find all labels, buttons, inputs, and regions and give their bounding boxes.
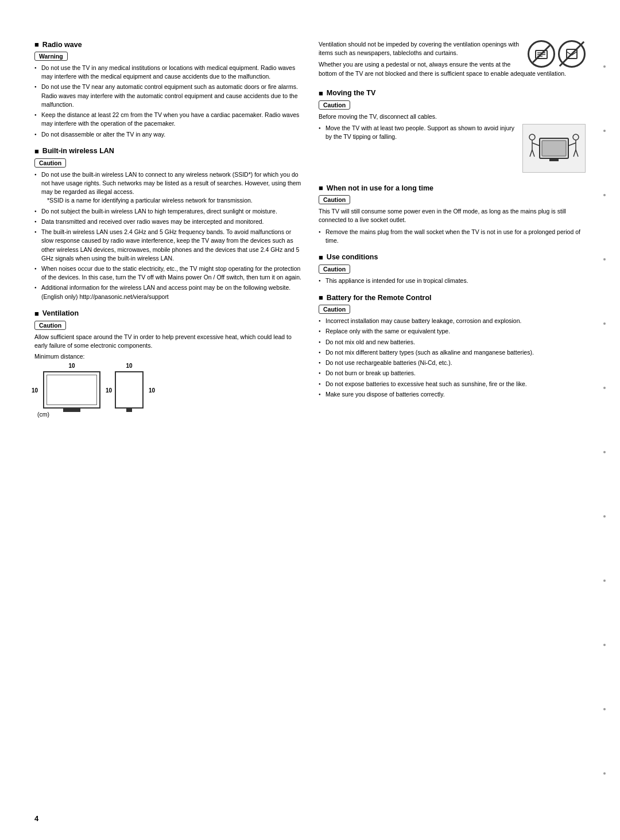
page-number: 4 xyxy=(34,814,38,823)
min-distance-label: Minimum distance: xyxy=(34,353,301,360)
builtin-lan-heading: Built-in wireless LAN xyxy=(34,147,301,155)
list-item: Do not mix old and new batteries. xyxy=(319,338,586,347)
tv-front-diagram: 10 10 10 xyxy=(43,371,100,409)
list-item: Remove the mains plug from the wall sock… xyxy=(319,228,586,245)
battery-list: Incorrect installation may cause battery… xyxy=(319,317,586,399)
use-conditions-heading: Use conditions xyxy=(319,253,586,262)
right-column: Ventilation should not be impeded by cov… xyxy=(319,40,586,426)
moving-tv-badge: Caution xyxy=(319,100,350,110)
no-newspaper-icon xyxy=(528,40,555,68)
ventilation-badge: Caution xyxy=(34,321,66,330)
list-item: Additional information for the wireless … xyxy=(34,283,301,301)
list-item: Keep the distance at least 22 cm from th… xyxy=(34,111,301,128)
right-dot xyxy=(603,580,606,582)
list-item: Do not use the TV near any automatic con… xyxy=(34,83,301,109)
moving-tv-list: Move the TV with at least two people. Su… xyxy=(319,124,586,141)
list-item: Move the TV with at least two people. Su… xyxy=(319,124,586,141)
list-item: Data transmitted and received over radio… xyxy=(34,217,301,226)
list-item: Do not subject the built-in wireless LAN… xyxy=(34,207,301,216)
right-decorative-dots xyxy=(603,0,606,840)
list-item: Do not use the built-in wireless LAN to … xyxy=(34,170,301,205)
dist-top-label: 10 xyxy=(68,363,75,369)
section-moving-tv: Moving the TV Caution Before moving the … xyxy=(319,89,586,176)
radio-wave-list: Do not use the TV in any medical institu… xyxy=(34,64,301,139)
list-item: Make sure you dispose of batteries corre… xyxy=(319,390,586,399)
section-builtin-lan: Built-in wireless LAN Caution Do not use… xyxy=(34,147,301,301)
when-not-list: Remove the mains plug from the wall sock… xyxy=(319,228,586,245)
list-item: Do not use the TV in any medical institu… xyxy=(34,64,301,81)
list-item: Do not use rechargeable batteries (Ni-Cd… xyxy=(319,359,586,367)
battery-heading: Battery for the Remote Control xyxy=(319,293,586,302)
when-not-badge: Caution xyxy=(319,195,350,204)
dist-right-label: 10 xyxy=(106,387,112,393)
list-item: The built-in wireless LAN uses 2.4 GHz a… xyxy=(34,228,301,263)
dist-side-right-label: 10 xyxy=(149,387,155,393)
right-dot xyxy=(603,772,606,775)
section-ventilation-blocking: Ventilation should not be impeded by cov… xyxy=(319,40,586,81)
right-dot xyxy=(603,708,606,710)
svg-rect-4 xyxy=(567,49,577,59)
moving-tv-intro: Before moving the TV, disconnect all cab… xyxy=(319,112,586,121)
section-use-conditions: Use conditions Caution This appliance is… xyxy=(319,253,586,285)
dist-side-top-label: 10 xyxy=(126,363,132,369)
left-column: Radio wave Warning Do not use the TV in … xyxy=(34,40,301,426)
ventilation-intro: Allow sufficient space around the TV in … xyxy=(34,333,301,350)
list-item: Incorrect installation may cause battery… xyxy=(319,317,586,325)
builtin-lan-badge: Caution xyxy=(34,158,66,168)
list-item: Replace only with the same or equivalent… xyxy=(319,327,586,336)
moving-tv-heading: Moving the TV xyxy=(319,89,586,98)
ventilation-heading: Ventilation xyxy=(34,309,301,318)
list-item: Do not expose batteries to excessive hea… xyxy=(319,380,586,388)
radio-wave-heading: Radio wave xyxy=(34,40,301,49)
svg-line-16 xyxy=(574,150,576,157)
list-item: Do not mix different battery types (such… xyxy=(319,348,586,357)
section-radio-wave: Radio wave Warning Do not use the TV in … xyxy=(34,40,301,139)
right-dot xyxy=(603,65,606,68)
svg-rect-6 xyxy=(542,141,566,156)
right-dot xyxy=(603,258,606,260)
section-ventilation: Ventilation Caution Allow sufficient spa… xyxy=(34,309,301,418)
list-item: When noises occur due to the static elec… xyxy=(34,265,301,282)
list-item: Do not disassemble or alter the TV in an… xyxy=(34,130,301,139)
svg-line-17 xyxy=(576,150,578,157)
vent-icons xyxy=(528,40,586,68)
right-dot xyxy=(603,515,606,518)
when-not-intro: This TV will still consume some power ev… xyxy=(319,207,586,224)
ventilation-diagram: 10 10 10 10 10 xyxy=(34,363,301,409)
section-when-not-in-use: When not in use for a long time Caution … xyxy=(319,184,586,245)
use-conditions-badge: Caution xyxy=(319,265,350,274)
right-dot xyxy=(603,451,606,453)
svg-line-15 xyxy=(568,143,576,146)
svg-line-12 xyxy=(532,150,534,157)
list-item: Do not burn or break up batteries. xyxy=(319,369,586,378)
radio-wave-badge: Warning xyxy=(34,52,68,61)
tv-side-diagram: 10 10 xyxy=(115,371,144,409)
use-conditions-list: This appliance is intended for use in tr… xyxy=(319,277,586,285)
svg-rect-7 xyxy=(549,158,559,161)
right-dot xyxy=(603,387,606,389)
tv-screen xyxy=(46,375,97,405)
list-item: This appliance is intended for use in tr… xyxy=(319,277,586,285)
battery-badge: Caution xyxy=(319,305,350,314)
dist-left-label: 10 xyxy=(32,387,38,393)
tv-side-box xyxy=(115,371,144,409)
right-dot xyxy=(603,644,606,646)
no-tablecloth-icon xyxy=(558,40,586,68)
tv-front-box xyxy=(43,371,100,409)
right-dot xyxy=(603,322,606,325)
svg-line-10 xyxy=(532,143,540,146)
section-battery: Battery for the Remote Control Caution I… xyxy=(319,293,586,399)
right-dot xyxy=(603,194,606,196)
when-not-heading: When not in use for a long time xyxy=(319,184,586,192)
builtin-lan-list: Do not use the built-in wireless LAN to … xyxy=(34,170,301,301)
svg-line-11 xyxy=(530,150,532,157)
right-dot xyxy=(603,130,606,132)
